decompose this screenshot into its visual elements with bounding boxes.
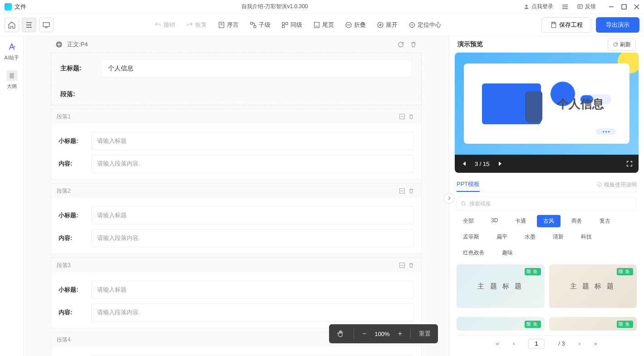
content-input[interactable]: 请输入段落内容. <box>91 155 414 173</box>
prev-slide-button[interactable] <box>460 160 467 167</box>
zoom-in-button[interactable]: + <box>398 330 402 338</box>
tag-gov[interactable]: 红色政务 <box>457 247 491 259</box>
login-button[interactable]: 点我登录 <box>523 3 553 10</box>
feedback-button[interactable]: 反馈 <box>577 3 596 10</box>
tag-3d[interactable]: 3D <box>485 215 504 227</box>
preview-controls: 3 / 15 <box>455 155 639 173</box>
tag-ink[interactable]: 水墨 <box>518 231 542 243</box>
template-search-input[interactable]: 搜索模板 <box>457 197 637 210</box>
search-icon <box>461 201 467 207</box>
minimize-button[interactable] <box>609 4 614 10</box>
template-tab[interactable]: PPT模板 <box>457 177 480 192</box>
svg-rect-3 <box>43 22 49 26</box>
segment-delete-button[interactable] <box>407 112 416 121</box>
child-button[interactable]: 子级 <box>250 21 270 29</box>
pager-input[interactable] <box>528 339 545 349</box>
minus-square-icon <box>399 188 405 194</box>
template-card[interactable]: 主 题 标 题限免 <box>549 264 637 308</box>
svg-rect-1 <box>578 5 583 8</box>
tag-retro[interactable]: 复古 <box>593 215 617 227</box>
subtitle-input[interactable]: 请输入标题 <box>91 206 414 224</box>
toolbar: 撤销 恢复 序言 子级 同级 尾页 折叠 展开 定位中心 保存工程 导出演示 <box>0 14 644 36</box>
segment-name: 段落4 <box>57 336 71 344</box>
template-card[interactable]: 限免 <box>457 317 545 331</box>
slide-view-button[interactable] <box>39 18 54 32</box>
tag-business[interactable]: 商务 <box>565 215 589 227</box>
delete-content-button[interactable] <box>409 40 418 49</box>
pager-prev-button[interactable]: ‹ <box>513 340 515 347</box>
menu-button[interactable] <box>561 3 569 10</box>
template-card[interactable]: 主 题 标 题限免 <box>457 264 545 308</box>
redo-button[interactable]: 恢复 <box>186 21 207 29</box>
refresh-icon <box>613 42 618 47</box>
tag-tech[interactable]: 科技 <box>575 231 598 243</box>
free-badge: 限免 <box>617 321 633 328</box>
expand-button[interactable]: 展开 <box>377 21 398 29</box>
segment-collapse-button[interactable] <box>398 261 407 270</box>
tag-memphis[interactable]: 孟菲斯 <box>457 231 486 243</box>
zoom-out-button[interactable]: − <box>362 330 366 338</box>
free-badge: 限免 <box>617 268 633 275</box>
subtitle-input[interactable]: 请输入标题 <box>91 132 414 150</box>
tag-cartoon[interactable]: 卡通 <box>509 215 532 227</box>
template-card[interactable]: 限免 <box>549 317 637 331</box>
sidebar-item-ai[interactable]: AI助手 <box>4 42 19 61</box>
preface-button[interactable]: 序言 <box>218 21 239 29</box>
title-bar: 文件 自我介绍-万彩智演v1.0.300 点我登录 反馈 <box>0 0 644 14</box>
content-input[interactable]: 请输入段落内容. <box>91 229 414 247</box>
content-input[interactable]: 请输入段落内容. <box>91 303 414 322</box>
content-label: 内容: <box>59 234 84 242</box>
main-title-input[interactable]: 个人信息 <box>101 59 412 78</box>
pan-button[interactable] <box>336 329 345 338</box>
tag-classic[interactable]: 古风 <box>537 215 560 227</box>
trash-icon <box>410 41 417 48</box>
ai-icon <box>6 42 17 53</box>
segment-block: 段落3 小标题:请输入标题 内容:请输入段落内容. <box>51 258 422 328</box>
template-section: PPT模板 模板使用说明 搜索模板 全部 3D 卡通 古风 商务 复古 孟菲斯 … <box>449 173 644 356</box>
preface-icon <box>218 21 225 29</box>
subtitle-input[interactable]: 请输入标题 <box>91 281 414 299</box>
segment-collapse-button[interactable] <box>398 186 407 195</box>
window-title: 自我介绍-万彩智演v1.0.300 <box>26 3 523 10</box>
outline-doc-icon <box>6 70 17 81</box>
undo-button[interactable]: 撤销 <box>154 21 175 29</box>
refresh-content-button[interactable] <box>396 40 405 49</box>
minimize-icon <box>609 4 614 10</box>
preview-slide[interactable]: 个人信息 <box>455 53 639 155</box>
pager-next-button[interactable]: › <box>579 340 580 347</box>
collapse-button[interactable]: 折叠 <box>345 21 366 29</box>
tag-fun[interactable]: 趣味 <box>496 247 519 259</box>
segment-delete-button[interactable] <box>407 261 416 270</box>
tag-fresh[interactable]: 清新 <box>546 231 570 243</box>
save-button[interactable]: 保存工程 <box>541 17 591 33</box>
export-button[interactable]: 导出演示 <box>596 17 639 33</box>
template-help-link[interactable]: 模板使用说明 <box>597 181 637 189</box>
file-menu[interactable]: 文件 <box>15 3 26 11</box>
segment-delete-button[interactable] <box>407 186 416 195</box>
tail-button[interactable]: 尾页 <box>313 21 334 29</box>
sibling-button[interactable]: 同级 <box>281 21 302 29</box>
tag-flat[interactable]: 扁平 <box>490 231 514 243</box>
pager-last-button[interactable]: » <box>594 340 597 347</box>
locate-button[interactable]: 定位中心 <box>408 21 441 29</box>
pager-total: / 3 <box>558 340 565 347</box>
fullscreen-button[interactable] <box>626 160 633 167</box>
next-slide-button[interactable] <box>497 160 504 167</box>
person-illustration-icon <box>525 91 542 123</box>
home-button[interactable] <box>5 18 19 32</box>
maximize-button[interactable] <box>621 4 627 10</box>
segment-collapse-button[interactable] <box>398 112 407 121</box>
preview-refresh-button[interactable]: 刷新 <box>608 39 636 51</box>
panel-collapse-button[interactable] <box>444 193 455 204</box>
hand-icon <box>336 329 345 338</box>
tag-all[interactable]: 全部 <box>457 215 480 227</box>
sidebar-item-outline[interactable]: 大纲 <box>6 70 17 90</box>
svg-rect-15 <box>552 22 555 24</box>
outline-view-button[interactable] <box>22 18 36 32</box>
add-button[interactable] <box>54 40 64 49</box>
close-button[interactable] <box>634 4 639 10</box>
content-label: 内容: <box>59 308 84 317</box>
pager-first-button[interactable]: « <box>496 340 499 347</box>
zoom-reset-button[interactable]: 重置 <box>419 330 431 338</box>
preview-card: 个人信息 <box>464 63 629 144</box>
